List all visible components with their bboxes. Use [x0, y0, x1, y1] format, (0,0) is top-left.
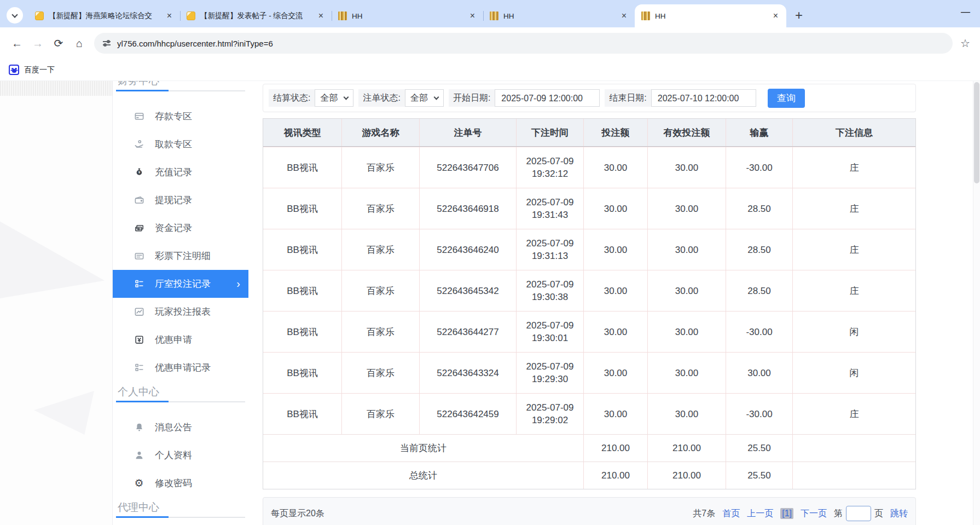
first-page-link[interactable]: 首页: [722, 508, 740, 520]
bookmark-star-icon[interactable]: ☆: [960, 37, 970, 50]
sidebar-item-bell[interactable]: 消息公告: [113, 413, 248, 441]
browser-tab[interactable]: HH×: [332, 4, 483, 27]
sidebar-item-label: 提现记录: [155, 194, 192, 206]
sidebar-item-wallet[interactable]: 提现记录: [113, 186, 248, 214]
tab-close-icon[interactable]: ×: [317, 11, 325, 21]
table-cell: 30.00: [647, 352, 726, 393]
browser-tab[interactable]: HH×: [483, 4, 635, 27]
column-header: 下注时间: [516, 119, 583, 146]
sidebar-item-grid-list[interactable]: 厅室投注记录›: [113, 270, 248, 298]
tab-close-icon[interactable]: ×: [165, 11, 173, 21]
table-cell: 522643643324: [419, 352, 516, 393]
browser-tab[interactable]: 【新提醒】海燕策略论坛综合交×: [28, 4, 180, 27]
section-underline: [116, 90, 245, 91]
settle-status-select[interactable]: 全部: [315, 89, 353, 107]
order-status-select[interactable]: 全部: [405, 89, 444, 107]
baidu-favicon: [9, 65, 19, 75]
new-tab-button[interactable]: +: [795, 9, 803, 22]
end-date-input[interactable]: 2025-07-10 12:00:00: [651, 89, 756, 107]
summary-value: 210.00: [647, 461, 726, 489]
settle-status-group: 结算状态: 全部: [269, 89, 353, 107]
order-status-group: 注单状态: 全部: [358, 89, 443, 107]
table-cell: 30.00: [647, 393, 726, 434]
back-button[interactable]: ←: [7, 37, 27, 50]
jump-link[interactable]: 跳转: [890, 508, 908, 520]
site-settings-icon[interactable]: [103, 41, 111, 45]
list-lines-icon: [134, 251, 144, 262]
page-content: 财务中心存款专区取款专区¥充值记录提现记录资金记录彩票下注明细厅室投注记录›玩家…: [0, 81, 980, 525]
sidebar-item-coupon[interactable]: 优惠申请: [113, 326, 248, 354]
sidebar-item-list-lines[interactable]: 彩票下注明细: [113, 242, 248, 270]
next-page-link[interactable]: 下一页: [801, 508, 827, 520]
banknotes-icon: [134, 223, 144, 234]
sidebar-item-deposit-card[interactable]: 存款专区: [113, 102, 248, 130]
tab-search-button[interactable]: [7, 7, 23, 24]
sidebar-item-report-chart[interactable]: 玩家投注报表: [113, 298, 248, 326]
sidebar-item-person[interactable]: 个人资料: [113, 441, 248, 469]
tab-title: HH: [352, 12, 463, 20]
sidebar-item-gear[interactable]: ⚙修改密码: [113, 469, 248, 497]
table-cell: 2025-07-09 19:29:02: [516, 393, 583, 434]
browser-tab[interactable]: HH×: [635, 4, 786, 27]
tab-title: 【新提醒】发表帖子 - 综合交流: [200, 11, 312, 21]
site-favicon: [490, 11, 498, 20]
home-button[interactable]: ⌂: [69, 37, 90, 50]
sidebar-section-title: 代理中心: [113, 499, 248, 516]
order-status-label: 注单状态:: [358, 89, 404, 107]
table-row: BB视讯百家乐5226436477062025-07-09 19:32:1230…: [263, 147, 915, 188]
sidebar-item-label: 个人资料: [155, 449, 192, 461]
prev-page-link[interactable]: 上一页: [747, 508, 773, 520]
bookmark-item-baidu[interactable]: 百度一下: [24, 65, 55, 75]
browser-tab[interactable]: 【新提醒】发表帖子 - 综合交流×: [180, 4, 332, 27]
column-header: 输赢: [726, 119, 792, 146]
sidebar-section-title: 个人中心: [113, 384, 248, 400]
minimize-window-button[interactable]: —: [961, 7, 970, 18]
table-cell: BB视讯: [263, 270, 341, 311]
table-cell: 522643646240: [419, 229, 516, 270]
scrollbar-thumb[interactable]: [974, 82, 979, 183]
page-number-input[interactable]: [846, 506, 871, 521]
table-cell: 百家乐: [341, 393, 419, 434]
reload-button[interactable]: ⟳: [48, 37, 69, 50]
settle-status-value: 全部: [320, 93, 338, 104]
table-cell: 2025-07-09 19:31:13: [516, 229, 583, 270]
table-cell: 百家乐: [341, 352, 419, 393]
table-row: BB视讯百家乐5226436469182025-07-09 19:31:4330…: [263, 188, 915, 229]
sidebar-item-money-bag[interactable]: ¥充值记录: [113, 158, 248, 186]
table-row: BB视讯百家乐5226436424592025-07-09 19:29:0230…: [263, 393, 915, 434]
end-date-label: 结束日期:: [605, 89, 651, 107]
money-bag-icon: ¥: [134, 167, 144, 178]
chevron-right-icon: ›: [236, 278, 240, 290]
sidebar-item-withdraw-hand[interactable]: 取款专区: [113, 130, 248, 158]
browser-toolbar: ← → ⟳ ⌂ yl756.com/hhcp/usercenter.html?i…: [0, 27, 980, 59]
table-cell: -30.00: [726, 311, 792, 352]
table-cell: 庄: [792, 147, 915, 188]
tab-close-icon[interactable]: ×: [772, 11, 780, 21]
jump-group: 第 页: [834, 506, 883, 521]
table-cell: 522643645342: [419, 270, 516, 311]
decorative-triangle: [34, 391, 94, 435]
table-cell: BB视讯: [263, 352, 341, 393]
tab-close-icon[interactable]: ×: [620, 11, 628, 21]
page-scrollbar[interactable]: [973, 81, 980, 525]
table-cell: 522643642459: [419, 393, 516, 434]
table-cell: -30.00: [726, 147, 792, 188]
table-cell: 30.00: [583, 311, 647, 352]
table-cell: 30.00: [647, 311, 726, 352]
sidebar-item-label: 充值记录: [155, 166, 192, 178]
query-button[interactable]: 查询: [768, 89, 805, 108]
table-cell: 2025-07-09 19:31:43: [516, 188, 583, 229]
sidebar-item-grid-list[interactable]: 优惠申请记录: [113, 354, 248, 382]
table-cell: 522643646918: [419, 188, 516, 229]
url-text[interactable]: yl756.com/hhcp/usercenter.html?iniType=6: [117, 39, 273, 48]
start-date-input[interactable]: 2025-07-09 12:00:00: [495, 89, 600, 107]
table-cell: 百家乐: [341, 188, 419, 229]
section-underline: [116, 401, 245, 402]
sidebar-item-banknotes[interactable]: 资金记录: [113, 214, 248, 242]
address-bar[interactable]: yl756.com/hhcp/usercenter.html?iniType=6: [94, 33, 953, 54]
tab-close-icon[interactable]: ×: [468, 11, 477, 21]
forward-button[interactable]: →: [27, 37, 48, 50]
mail-favicon: [187, 11, 195, 20]
coupon-icon: [134, 334, 144, 345]
table-cell: 2025-07-09 19:32:12: [516, 147, 583, 188]
